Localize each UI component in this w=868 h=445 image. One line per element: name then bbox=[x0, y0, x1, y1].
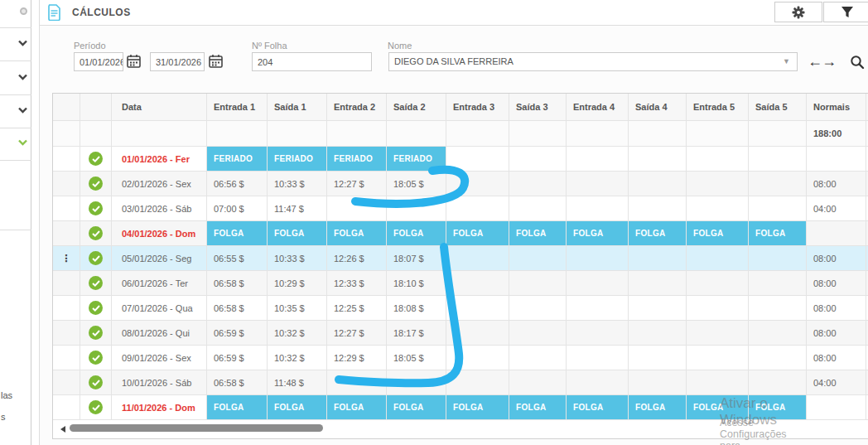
table-row[interactable]: 11/01/2026 - DomFOLGAFOLGAFOLGAFOLGAFOLG… bbox=[53, 395, 868, 420]
time-cell[interactable]: 06:58 $ bbox=[207, 370, 268, 395]
row-status-cell[interactable] bbox=[80, 296, 112, 321]
time-cell[interactable] bbox=[629, 172, 687, 196]
time-cell[interactable] bbox=[327, 370, 387, 395]
time-cell[interactable] bbox=[687, 147, 749, 172]
time-cell[interactable]: 18:07 $ bbox=[387, 246, 446, 271]
status-check-icon[interactable] bbox=[89, 301, 103, 315]
time-cell[interactable] bbox=[749, 147, 807, 172]
time-cell[interactable] bbox=[749, 196, 807, 221]
time-cell[interactable]: FOLGA bbox=[327, 221, 387, 246]
status-check-icon[interactable] bbox=[89, 400, 103, 414]
time-cell[interactable]: 07:00 $ bbox=[207, 196, 268, 221]
time-cell[interactable] bbox=[749, 321, 807, 346]
chevron-down-icon[interactable] bbox=[17, 40, 28, 46]
time-cell[interactable] bbox=[446, 147, 509, 172]
time-cell[interactable]: FOLGA bbox=[268, 221, 327, 246]
time-cell[interactable]: FOLGA bbox=[207, 221, 268, 246]
status-check-icon[interactable] bbox=[89, 375, 103, 389]
row-status-cell[interactable] bbox=[80, 172, 112, 196]
time-cell[interactable]: 10:32 $ bbox=[268, 321, 327, 346]
table-row[interactable]: 09/01/2026 - Sex06:59 $10:32 $12:29 $18:… bbox=[53, 346, 868, 370]
time-cell[interactable] bbox=[567, 370, 629, 395]
time-cell[interactable]: FOLGA bbox=[207, 395, 268, 420]
time-cell[interactable]: 18:05 $ bbox=[387, 346, 446, 370]
time-cell[interactable]: FERIADO bbox=[268, 147, 327, 172]
time-cell[interactable] bbox=[509, 246, 567, 271]
time-cell[interactable]: FOLGA bbox=[446, 221, 509, 246]
time-cell[interactable] bbox=[687, 296, 749, 321]
time-cell[interactable] bbox=[387, 370, 446, 395]
time-cell[interactable] bbox=[567, 246, 629, 271]
time-cell[interactable]: 06:55 $ bbox=[207, 246, 268, 271]
row-menu-cell[interactable] bbox=[53, 395, 80, 420]
calendar-icon[interactable] bbox=[127, 54, 142, 69]
time-cell[interactable] bbox=[629, 147, 687, 172]
time-cell[interactable]: FOLGA bbox=[268, 395, 327, 420]
time-cell[interactable] bbox=[567, 196, 629, 221]
time-cell[interactable] bbox=[446, 296, 509, 321]
time-cell[interactable] bbox=[629, 346, 687, 370]
time-cell[interactable] bbox=[446, 196, 509, 221]
time-cell[interactable]: FOLGA bbox=[749, 395, 807, 420]
row-status-cell[interactable] bbox=[80, 221, 112, 246]
time-cell[interactable] bbox=[687, 346, 749, 370]
table-row[interactable]: 08/01/2026 - Qui06:59 $10:32 $12:27 $18:… bbox=[53, 321, 868, 346]
time-cell[interactable]: 12:25 $ bbox=[327, 296, 387, 321]
calendar-icon[interactable] bbox=[209, 54, 224, 69]
row-menu-cell[interactable] bbox=[53, 221, 80, 246]
time-cell[interactable] bbox=[446, 370, 509, 395]
prev-arrow-icon[interactable]: ← bbox=[808, 53, 822, 70]
folha-input[interactable] bbox=[252, 52, 372, 71]
time-cell[interactable] bbox=[629, 321, 687, 346]
row-status-cell[interactable] bbox=[80, 370, 112, 395]
time-cell[interactable] bbox=[509, 370, 567, 395]
time-cell[interactable] bbox=[629, 196, 687, 221]
time-cell[interactable] bbox=[509, 172, 567, 196]
time-cell[interactable]: FOLGA bbox=[446, 395, 509, 420]
time-cell[interactable] bbox=[327, 196, 387, 221]
time-cell[interactable] bbox=[509, 196, 567, 221]
date-from-input[interactable] bbox=[74, 52, 123, 71]
time-cell[interactable] bbox=[629, 271, 687, 296]
settings-button[interactable] bbox=[774, 2, 822, 22]
time-cell[interactable]: 06:59 $ bbox=[207, 346, 268, 370]
time-cell[interactable] bbox=[629, 246, 687, 271]
chevron-down-icon[interactable] bbox=[17, 74, 28, 80]
time-cell[interactable]: 18:08 $ bbox=[387, 296, 446, 321]
time-cell[interactable] bbox=[509, 271, 567, 296]
time-cell[interactable] bbox=[567, 147, 629, 172]
time-cell[interactable] bbox=[509, 346, 567, 370]
time-cell[interactable]: FERIADO bbox=[327, 147, 387, 172]
time-cell[interactable] bbox=[567, 172, 629, 196]
time-cell[interactable]: FOLGA bbox=[567, 221, 629, 246]
scroll-left-arrow-icon[interactable] bbox=[60, 426, 65, 433]
time-cell[interactable]: FERIADO bbox=[387, 147, 446, 172]
time-cell[interactable]: 12:33 $ bbox=[327, 271, 387, 296]
table-row[interactable]: 03/01/2026 - Sáb07:00 $11:47 $04:00 bbox=[53, 196, 868, 221]
time-cell[interactable] bbox=[446, 246, 509, 271]
scrollbar-thumb[interactable] bbox=[70, 424, 323, 432]
row-menu-cell[interactable] bbox=[53, 271, 80, 296]
time-cell[interactable] bbox=[749, 296, 807, 321]
time-cell[interactable] bbox=[687, 370, 749, 395]
row-menu-cell[interactable] bbox=[53, 172, 80, 196]
time-cell[interactable]: FERIADO bbox=[207, 147, 268, 172]
time-cell[interactable]: FOLGA bbox=[509, 221, 567, 246]
time-cell[interactable] bbox=[749, 370, 807, 395]
time-cell[interactable] bbox=[629, 370, 687, 395]
time-cell[interactable] bbox=[687, 246, 749, 271]
time-cell[interactable] bbox=[509, 296, 567, 321]
table-row[interactable]: 06/01/2026 - Ter06:58 $10:29 $12:33 $18:… bbox=[53, 271, 868, 296]
row-menu-cell[interactable] bbox=[53, 147, 80, 172]
time-cell[interactable]: 10:32 $ bbox=[268, 346, 327, 370]
time-cell[interactable]: FOLGA bbox=[687, 395, 749, 420]
row-status-cell[interactable] bbox=[80, 321, 112, 346]
kebab-menu-icon[interactable]: ⁝ bbox=[65, 254, 68, 263]
table-row[interactable]: 04/01/2026 - DomFOLGAFOLGAFOLGAFOLGAFOLG… bbox=[53, 221, 868, 246]
time-cell[interactable]: 12:27 $ bbox=[327, 172, 387, 196]
next-arrow-icon[interactable]: → bbox=[822, 53, 837, 70]
table-row[interactable]: 10/01/2026 - Sáb06:58 $11:48 $04:00 bbox=[53, 370, 868, 395]
time-cell[interactable] bbox=[687, 196, 749, 221]
time-cell[interactable]: 10:29 $ bbox=[268, 271, 327, 296]
time-cell[interactable]: FOLGA bbox=[567, 395, 629, 420]
